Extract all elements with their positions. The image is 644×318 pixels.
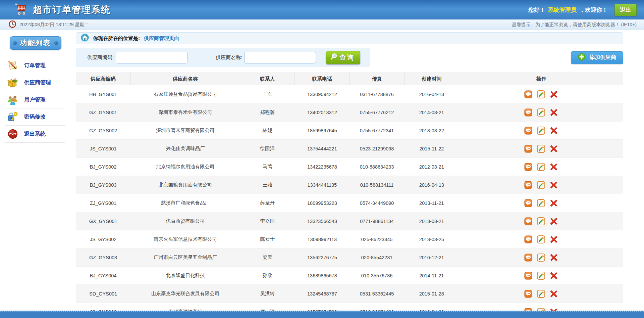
supplier-code-label: 供应商编码: — [87, 54, 114, 61]
view-icon[interactable] — [524, 127, 532, 135]
cell-fax: 020-85542231 — [350, 248, 404, 267]
sidebar-item-orders[interactable]: 订单管理 — [5, 57, 65, 74]
table-row: SD_GYS001 山东豪克华光联合发展有限公司 吴洪转 13245468787… — [76, 285, 623, 303]
cell-created: 2013-03-21 — [404, 212, 459, 230]
delete-icon[interactable] — [550, 199, 558, 207]
current-datetime: 2022年08月02日 13:11:29 星期二 — [19, 22, 89, 28]
edit-icon[interactable] — [537, 254, 545, 262]
breadcrumb-current-link[interactable]: 供应商管理页面 — [144, 35, 179, 42]
delete-icon[interactable] — [550, 163, 558, 171]
edit-icon[interactable] — [537, 181, 545, 189]
cell-supplier-code: SD_GYS001 — [76, 285, 130, 303]
view-icon[interactable] — [524, 181, 532, 189]
breadcrumb: 你现在所在的位置是: 供应商管理页面 — [76, 32, 623, 44]
edit-icon[interactable] — [537, 217, 545, 225]
exit-icon: EXIT — [7, 128, 19, 140]
greeting-prefix: 您好！ — [528, 6, 545, 14]
supplier-icon — [7, 77, 19, 89]
cell-phone: 18599897645 — [295, 122, 350, 140]
edit-icon[interactable] — [537, 235, 545, 243]
cell-supplier-code: BJ_GYS003 — [76, 176, 130, 194]
cell-supplier-name: 北京隆盛日化科技 — [130, 267, 240, 285]
supplier-name-input[interactable] — [244, 52, 316, 63]
cell-contact: 薛圣丹 — [240, 194, 295, 212]
delete-icon[interactable] — [550, 254, 558, 262]
delete-icon[interactable] — [550, 108, 558, 117]
view-icon[interactable] — [524, 254, 532, 262]
cell-phone: 13098992113 — [295, 230, 350, 248]
col-actions: 操作 — [459, 73, 623, 85]
edit-icon[interactable] — [537, 90, 545, 98]
cart-icon — [13, 2, 28, 17]
dot-icon — [54, 41, 58, 45]
sidebar-item-exit[interactable]: EXIT 退出系统 — [5, 126, 65, 143]
info-bar: 2022年08月02日 13:11:29 星期二 温馨提示：为了能正常浏览，请使… — [0, 19, 644, 30]
delete-icon[interactable] — [550, 272, 558, 280]
view-icon[interactable] — [524, 145, 532, 153]
table-row: BJ_GYS004 北京隆盛日化科技 孙欣 13689865678 010-35… — [76, 267, 623, 285]
sidebar-title: 功能列表 — [10, 36, 61, 50]
cell-contact: 王军 — [240, 85, 295, 103]
cell-supplier-code: GZ_GYS002 — [76, 122, 130, 140]
cell-supplier-name: 南京火头军信息技术有限公司 — [130, 230, 240, 248]
view-icon[interactable] — [524, 290, 532, 298]
delete-icon[interactable] — [550, 217, 558, 225]
edit-icon[interactable] — [537, 199, 545, 207]
cell-contact: 梁天 — [240, 248, 295, 267]
supplier-code-input[interactable] — [116, 52, 187, 63]
edit-icon[interactable] — [537, 145, 545, 153]
delete-icon[interactable] — [550, 290, 558, 298]
cell-phone: 13344441135 — [295, 176, 350, 194]
view-icon[interactable] — [524, 199, 532, 207]
cell-fax: 010-588134111 — [350, 176, 404, 194]
delete-icon[interactable] — [550, 235, 558, 243]
view-icon[interactable] — [524, 108, 532, 117]
cell-supplier-name: 山东豪克华光联合发展有限公司 — [130, 285, 240, 303]
delete-icon[interactable] — [550, 127, 558, 135]
view-icon[interactable] — [524, 217, 532, 225]
cell-supplier-code: HB_GYS001 — [76, 85, 130, 103]
cell-contact: 李立国 — [240, 212, 295, 230]
edit-icon[interactable] — [537, 163, 545, 171]
view-icon[interactable] — [524, 235, 532, 243]
edit-icon[interactable] — [537, 272, 545, 280]
table-row: JS_GYS001 兴化佳美调味品厂 徐国洋 13754444221 0523-… — [76, 140, 623, 158]
users-icon — [7, 94, 19, 106]
delete-icon[interactable] — [550, 145, 558, 153]
sidebar-item-password[interactable]: 密码修改 — [5, 108, 65, 126]
cell-phone: 13309094212 — [295, 85, 350, 103]
cell-created: 2015-01-28 — [404, 285, 459, 303]
cell-created: 2014-11-21 — [404, 267, 459, 285]
view-icon[interactable] — [524, 272, 532, 280]
edit-icon[interactable] — [537, 127, 545, 135]
cell-phone: 13562276775 — [295, 248, 350, 267]
supplier-name-label: 供应商名称: — [216, 54, 242, 61]
sidebar-item-users[interactable]: 用户管理 — [5, 91, 65, 108]
edit-icon[interactable] — [537, 108, 545, 117]
edit-icon[interactable] — [537, 290, 545, 298]
sidebar-item-suppliers[interactable]: 供应商管理 — [5, 74, 65, 91]
view-icon[interactable] — [524, 90, 532, 98]
cell-phone: 13422235678 — [295, 158, 350, 176]
dot-icon — [13, 41, 17, 45]
cell-supplier-code: GZ_GYS003 — [76, 248, 130, 267]
table-row: GX_GYS001 优百商贸有限公司 李立国 13323566543 0771-… — [76, 212, 623, 230]
cell-created: 2012-03-21 — [404, 158, 459, 176]
query-button[interactable]: 查询 — [326, 51, 360, 64]
cell-fax: 0574-34449090 — [350, 194, 404, 212]
view-icon[interactable] — [524, 163, 532, 171]
add-supplier-button[interactable]: 添加供应商 — [571, 51, 623, 64]
app-header: 超市订单管理系统 您好！ 系统管理员 ，欢迎你！ 退出 — [0, 0, 644, 19]
password-icon — [7, 111, 19, 123]
supplier-table-body: HB_GYS001 石家庄帅益食品贸易有限公司 王军 13309094212 0… — [76, 85, 623, 318]
cell-created: 2013-03-22 — [404, 122, 459, 140]
col-created: 创建时间 — [404, 73, 459, 85]
logout-button[interactable]: 退出 — [614, 4, 637, 16]
delete-icon[interactable] — [550, 181, 558, 189]
cell-phone: 18099953223 — [295, 194, 350, 212]
table-row: ZJ_GYS001 慈溪市广和绿色食品厂 薛圣丹 18099953223 057… — [76, 194, 623, 212]
table-row: JS_GYS002 南京火头军信息技术有限公司 陈女士 13098992113 … — [76, 230, 623, 248]
cell-supplier-name: 优百商贸有限公司 — [130, 212, 240, 230]
cell-fax: 0755-67776212 — [350, 103, 404, 122]
delete-icon[interactable] — [550, 90, 558, 98]
